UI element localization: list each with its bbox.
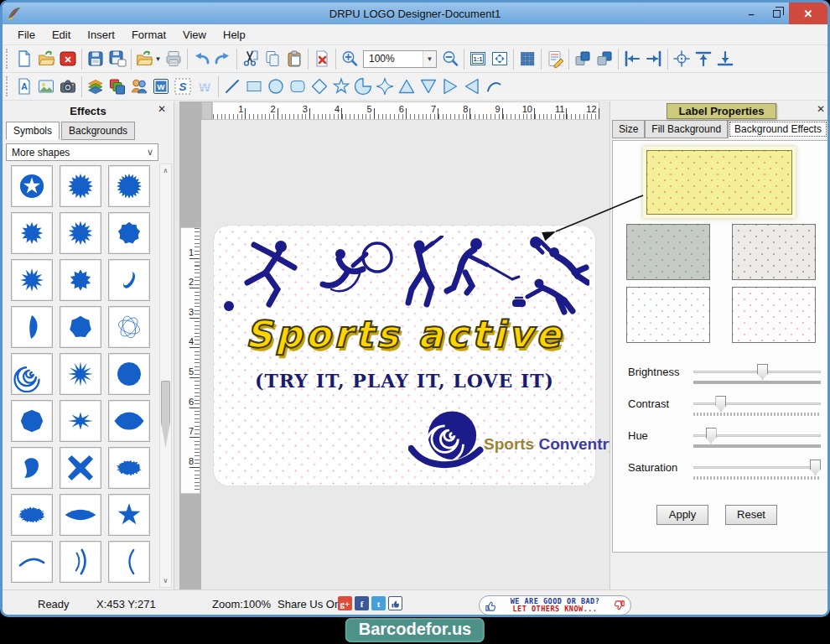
- brightness-slider-track[interactable]: [693, 371, 821, 373]
- saturation-slider-thumb[interactable]: [810, 460, 821, 475]
- close-button[interactable]: ✕: [789, 3, 827, 24]
- menu-edit[interactable]: Edit: [44, 26, 79, 44]
- align-top-button[interactable]: [693, 48, 714, 70]
- zoom-out-button[interactable]: [439, 48, 461, 70]
- draw-rounded-rectangle-button[interactable]: [287, 75, 309, 98]
- reset-button[interactable]: Reset: [725, 505, 777, 525]
- align-left-button[interactable]: [621, 48, 643, 70]
- contacts-button[interactable]: [128, 75, 150, 98]
- share-twitter-icon[interactable]: t: [371, 596, 386, 610]
- label-document[interactable]: Sports active (TRY IT, PLAY IT, LOVE IT)…: [214, 226, 595, 486]
- tab-fill-background[interactable]: Fill Background: [645, 120, 728, 138]
- grid-button[interactable]: [516, 48, 538, 70]
- symbol-swoosh-ellipse[interactable]: [108, 259, 150, 301]
- contrast-slider-track[interactable]: [693, 402, 821, 405]
- send-to-back-button[interactable]: [594, 48, 615, 70]
- selected-background-swatch[interactable]: [646, 150, 792, 215]
- symbol-star[interactable]: [108, 494, 150, 536]
- delete-button[interactable]: [311, 48, 333, 70]
- chevron-down-icon[interactable]: ▼: [423, 51, 436, 67]
- symbol-leaf[interactable]: [11, 306, 53, 348]
- draw-ellipse-button[interactable]: [265, 75, 287, 98]
- copy-button[interactable]: [262, 48, 283, 70]
- symbol-rounded-diamond[interactable]: [108, 400, 150, 442]
- word-art-button[interactable]: S: [172, 75, 194, 98]
- symbol-burst-16[interactable]: [60, 165, 101, 207]
- print-button[interactable]: [163, 48, 184, 70]
- layers-button[interactable]: [85, 75, 106, 98]
- tab-backgrounds[interactable]: Backgrounds: [61, 122, 135, 140]
- undo-button[interactable]: [190, 48, 212, 70]
- apply-button[interactable]: Apply: [656, 505, 708, 525]
- contrast-slider-thumb[interactable]: [715, 396, 726, 412]
- restore-button[interactable]: [764, 3, 789, 24]
- save-as-button[interactable]: [106, 48, 128, 70]
- draw-pie-button[interactable]: [352, 75, 374, 98]
- symbol-cross-x[interactable]: [60, 447, 101, 489]
- symbol-arc-swoosh[interactable]: [11, 541, 53, 583]
- redo-button[interactable]: [212, 48, 234, 70]
- draw-star-button[interactable]: [330, 75, 352, 98]
- draw-triangle-up-button[interactable]: [396, 75, 418, 98]
- symbol-jagged-oval-2[interactable]: [11, 494, 53, 536]
- capture-camera-button[interactable]: [57, 75, 79, 98]
- symbol-blob-9[interactable]: [108, 212, 150, 254]
- center-in-label-button[interactable]: [671, 48, 693, 70]
- bring-to-front-button[interactable]: [572, 48, 594, 70]
- shape-category-dropdown[interactable]: More shapes ∨: [6, 143, 158, 161]
- symbol-burst-12[interactable]: [11, 212, 53, 254]
- symbol-lens[interactable]: [60, 494, 101, 536]
- tab-size[interactable]: Size: [612, 120, 645, 138]
- export-button[interactable]: ▼: [134, 48, 163, 70]
- paste-button[interactable]: [283, 48, 305, 70]
- share-facebook-icon[interactable]: f: [355, 596, 369, 610]
- draw-triangle-down-button[interactable]: [418, 75, 439, 98]
- minimize-button[interactable]: –: [739, 3, 764, 24]
- draw-line-button[interactable]: [221, 75, 243, 98]
- scroll-up-icon[interactable]: ∧: [160, 164, 171, 177]
- symbol-sunburst[interactable]: [60, 353, 101, 395]
- insert-image-button[interactable]: [35, 75, 57, 98]
- draw-triangle-right-button[interactable]: [439, 75, 461, 98]
- menu-help[interactable]: Help: [215, 26, 254, 44]
- symbol-circled-star[interactable]: [11, 165, 53, 207]
- feedback-button[interactable]: WE ARE GOOD OR BAD? LET OTHERS KNOW...: [479, 595, 631, 615]
- symbol-burst-14[interactable]: [60, 212, 101, 254]
- align-bottom-button[interactable]: [714, 48, 736, 70]
- design-canvas[interactable]: 123456789101112 12345678: [174, 101, 610, 589]
- logo-headline-text[interactable]: Sports active: [214, 313, 595, 356]
- properties-close-icon[interactable]: ✕: [814, 103, 827, 115]
- share-google-plus-icon[interactable]: g+: [338, 596, 352, 610]
- symbol-diamond[interactable]: [11, 400, 53, 442]
- symbol-teardrop[interactable]: [11, 447, 53, 489]
- sports-figures-graphic[interactable]: [220, 236, 589, 319]
- symbol-spiky-diamond[interactable]: [60, 400, 101, 442]
- edit-template-button[interactable]: [544, 48, 566, 70]
- tab-background-effects[interactable]: Background Effects: [728, 120, 828, 138]
- effects-close-icon[interactable]: ✕: [155, 103, 169, 115]
- actual-size-button[interactable]: 1:1: [467, 48, 489, 70]
- save-button[interactable]: [85, 48, 106, 70]
- background-option-gray-green-dots[interactable]: [626, 224, 710, 280]
- logo-brand-mark[interactable]: Sports Conventry: [408, 403, 610, 475]
- zoom-level-combo[interactable]: 100%▼: [363, 50, 437, 68]
- menu-insert[interactable]: Insert: [79, 26, 123, 44]
- scrollbar-thumb[interactable]: [161, 381, 170, 448]
- menu-format[interactable]: Format: [123, 26, 174, 44]
- open-button[interactable]: [35, 48, 57, 70]
- watermark-button[interactable]: W: [194, 75, 215, 98]
- word-object-button[interactable]: W: [150, 75, 172, 98]
- logo-tagline-text[interactable]: (TRY IT, PLAY IT, LOVE IT): [214, 370, 595, 392]
- symbol-swirl-mesh[interactable]: [108, 306, 150, 348]
- align-right-button[interactable]: [643, 48, 665, 70]
- scroll-down-icon[interactable]: ∨: [160, 574, 171, 587]
- insert-text-button[interactable]: A: [13, 75, 35, 98]
- symbol-spiral[interactable]: [11, 353, 53, 395]
- symbol-octagon[interactable]: [108, 353, 150, 395]
- symbol-blob-7[interactable]: [60, 306, 101, 348]
- background-option-gray-tan-dots[interactable]: [732, 224, 816, 280]
- new-document-button[interactable]: [13, 48, 35, 70]
- symbol-jagged-oval[interactable]: [108, 447, 150, 489]
- hue-slider-track[interactable]: [693, 434, 821, 437]
- brightness-slider-thumb[interactable]: [757, 364, 768, 380]
